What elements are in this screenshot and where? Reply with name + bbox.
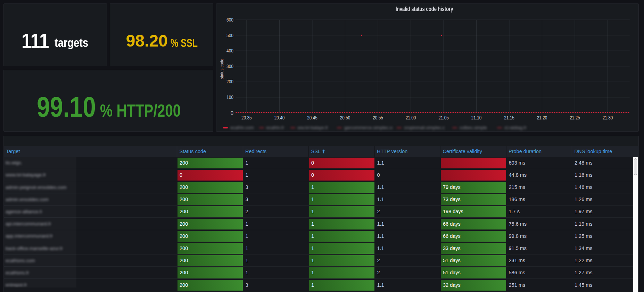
svg-text:300: 300 xyxy=(226,63,233,69)
svg-text:400: 400 xyxy=(226,48,233,53)
svg-text:21:15: 21:15 xyxy=(504,115,514,120)
svg-text:21:00: 21:00 xyxy=(406,115,416,120)
svg-text:20:40: 20:40 xyxy=(274,115,285,120)
svg-text:20:55: 20:55 xyxy=(373,115,383,120)
svg-text:0: 0 xyxy=(231,110,233,116)
svg-text:21:20: 21:20 xyxy=(537,115,547,120)
svg-text:21:30: 21:30 xyxy=(603,115,613,120)
svg-text:600: 600 xyxy=(226,17,233,23)
svg-text:20:50: 20:50 xyxy=(340,115,350,120)
svg-text:100: 100 xyxy=(226,94,233,100)
svg-text:21:25: 21:25 xyxy=(570,115,580,120)
svg-text:500: 500 xyxy=(226,32,233,38)
svg-text:20:35: 20:35 xyxy=(241,115,252,120)
svg-text:200: 200 xyxy=(226,78,233,84)
svg-text:21:10: 21:10 xyxy=(471,115,482,120)
svg-text:21:05: 21:05 xyxy=(438,115,449,120)
svg-text:status code: status code xyxy=(220,59,224,79)
svg-text:20:45: 20:45 xyxy=(307,115,317,120)
